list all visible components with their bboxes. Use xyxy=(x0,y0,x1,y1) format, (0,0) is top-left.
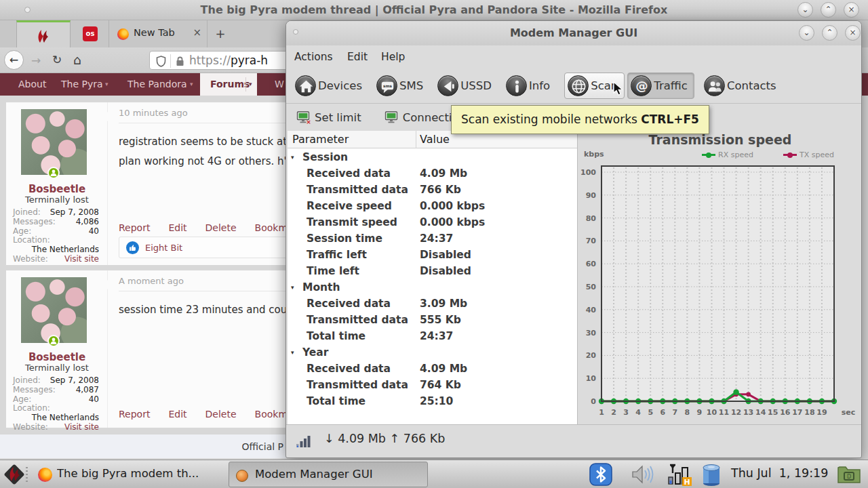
forward-button[interactable]: → xyxy=(31,54,41,67)
toolbar-sms-button[interactable]: sms SMS xyxy=(376,75,423,96)
column-divider[interactable] xyxy=(416,131,416,148)
modem-titlebar[interactable]: Modem Manager GUI ⌄ ⌃ × xyxy=(286,21,861,45)
liked-by-label[interactable]: Eight Bit xyxy=(145,243,182,253)
url-scheme: https:// xyxy=(189,54,231,67)
screenshot-folder-icon[interactable]: D xyxy=(837,464,861,485)
maximize-button[interactable]: ⌃ xyxy=(822,25,837,41)
pyra-menu-icon[interactable] xyxy=(1,462,27,487)
minimize-button[interactable]: ⌄ xyxy=(797,2,813,18)
svg-text:40: 40 xyxy=(586,306,597,314)
tab-close-icon[interactable]: × xyxy=(193,26,201,39)
reload-button[interactable]: ↻ xyxy=(52,53,62,66)
minimize-button[interactable]: ⌄ xyxy=(799,25,814,41)
tab-pyra-thread[interactable] xyxy=(16,20,71,47)
avatar[interactable] xyxy=(21,277,87,343)
bluetooth-icon[interactable] xyxy=(589,463,612,486)
stats-row[interactable]: Transmitted data764 Kb xyxy=(288,377,577,393)
stats-row[interactable]: Received data4.09 Mb xyxy=(288,361,577,377)
username[interactable]: Bosbeetle xyxy=(6,183,108,195)
task-modem-manager[interactable]: Modem Manager GUI xyxy=(229,462,428,487)
taskbar-grip xyxy=(26,467,28,482)
stats-row[interactable]: Transmit speed0.000 kbps xyxy=(288,214,577,230)
stats-row[interactable]: Received data4.09 Mb xyxy=(288,165,577,182)
svg-text:1: 1 xyxy=(599,408,604,417)
menu-help[interactable]: Help xyxy=(376,45,410,68)
url-text: https://pyra-h xyxy=(189,54,268,67)
volume-icon[interactable] xyxy=(631,464,659,485)
report-link[interactable]: Report xyxy=(119,409,150,420)
toolbar-contacts-button[interactable]: Contacts xyxy=(704,75,776,96)
svg-text:2: 2 xyxy=(611,408,616,417)
menu-actions[interactable]: Actions xyxy=(289,45,338,68)
toolbar-traffic-button[interactable]: @ Traffic xyxy=(627,73,694,99)
transmission-speed-chart: 0102030405060708090100123456789101112131… xyxy=(578,161,861,426)
chevron-down-icon[interactable]: ▾ xyxy=(249,73,252,96)
stats-row[interactable]: Total time24:37 xyxy=(288,328,577,344)
traffic-status-text: ↓ 4.09 Mb ↑ 766 Kb xyxy=(324,432,445,445)
monitor-limit-icon: × xyxy=(296,110,311,125)
set-limit-button[interactable]: × Set limit xyxy=(296,110,361,125)
stats-group-row[interactable]: ▾Month xyxy=(288,279,577,296)
new-tab-button[interactable]: + xyxy=(212,26,229,42)
expander-icon[interactable]: ▾ xyxy=(291,279,294,296)
nav-the-pyra[interactable]: The Pyra xyxy=(61,73,103,96)
toolbar-ussd-button[interactable]: USSD xyxy=(437,75,492,96)
username[interactable]: Bosbeetle xyxy=(6,351,108,363)
tab-new-tab[interactable]: New Tab × xyxy=(108,20,208,47)
stats-group-row[interactable]: ▾Session xyxy=(288,149,577,165)
url-host: pyra-h xyxy=(231,54,268,67)
close-button[interactable]: × xyxy=(844,2,859,18)
stats-group-row[interactable]: ▾Year xyxy=(288,344,577,361)
svg-text:19: 19 xyxy=(816,408,827,417)
post-timestamp[interactable]: 10 minutes ago xyxy=(119,108,188,118)
svg-text:30: 30 xyxy=(586,329,597,338)
home-button[interactable]: ⌂ xyxy=(73,52,81,67)
chevron-down-icon[interactable]: ▾ xyxy=(190,73,193,96)
speaker-icon xyxy=(437,75,458,96)
clock[interactable]: Thu Jul 1, 19:19 xyxy=(731,466,828,480)
footer-text[interactable]: Official P xyxy=(241,434,283,459)
expander-icon[interactable]: ▾ xyxy=(291,149,294,165)
back-button[interactable]: ← xyxy=(4,50,24,70)
column-value[interactable]: Value xyxy=(420,131,450,148)
visit-site-link[interactable]: Visit site xyxy=(48,423,99,432)
stats-row[interactable]: Session time24:37 xyxy=(288,230,577,247)
visit-site-link[interactable]: Visit site xyxy=(48,255,99,264)
tab-pinned-os[interactable]: os xyxy=(80,26,100,42)
stats-row[interactable]: Transmitted data555 Kb xyxy=(288,312,577,328)
task-firefox[interactable]: The big Pyra modem th... xyxy=(31,462,226,487)
delete-link[interactable]: Delete xyxy=(205,409,237,420)
delete-link[interactable]: Delete xyxy=(205,222,237,233)
edit-link[interactable]: Edit xyxy=(168,222,186,233)
nav-the-pandora[interactable]: The Pandora xyxy=(127,73,187,96)
expander-icon[interactable]: ▾ xyxy=(291,344,294,361)
mobile-signal-icon[interactable]: H xyxy=(665,462,694,488)
toolbar-info-button[interactable]: Info xyxy=(506,75,550,96)
report-link[interactable]: Report xyxy=(119,222,150,233)
nav-about[interactable]: About xyxy=(18,73,46,96)
maximize-button[interactable]: ⌃ xyxy=(821,2,836,18)
nav-partial-item[interactable]: W xyxy=(275,73,284,96)
chevron-down-icon[interactable]: ▾ xyxy=(105,73,108,96)
avatar[interactable] xyxy=(21,109,87,175)
column-parameter[interactable]: Parameter xyxy=(292,131,349,148)
menu-edit[interactable]: Edit xyxy=(342,45,373,68)
edit-link[interactable]: Edit xyxy=(168,409,186,420)
toolbar-devices-button[interactable]: Devices xyxy=(295,75,362,96)
user-info-row: The Netherlands xyxy=(13,245,99,255)
stats-row[interactable]: Transmitted data766 Kb xyxy=(288,182,577,198)
close-button[interactable]: × xyxy=(845,25,861,41)
stats-row[interactable]: Time leftDisabled xyxy=(288,263,577,279)
battery-icon[interactable] xyxy=(701,462,722,487)
stats-row[interactable]: Received data3.09 Mb xyxy=(288,296,577,312)
stats-row[interactable]: Traffic leftDisabled xyxy=(288,247,577,263)
svg-text:10: 10 xyxy=(586,374,597,383)
online-badge-icon xyxy=(47,167,60,179)
nav-forums-label: Forums xyxy=(210,73,250,96)
nav-forums-active[interactable]: Forums ▾ xyxy=(200,73,257,96)
connect-button[interactable]: Connecti xyxy=(384,110,452,125)
stats-row[interactable]: Receive speed0.000 kbps xyxy=(288,198,577,214)
post-timestamp[interactable]: A moment ago xyxy=(119,276,184,286)
firefox-titlebar[interactable]: The big Pyra modem thread | Official Pyr… xyxy=(0,0,868,20)
stats-row[interactable]: Total time25:10 xyxy=(288,393,577,409)
